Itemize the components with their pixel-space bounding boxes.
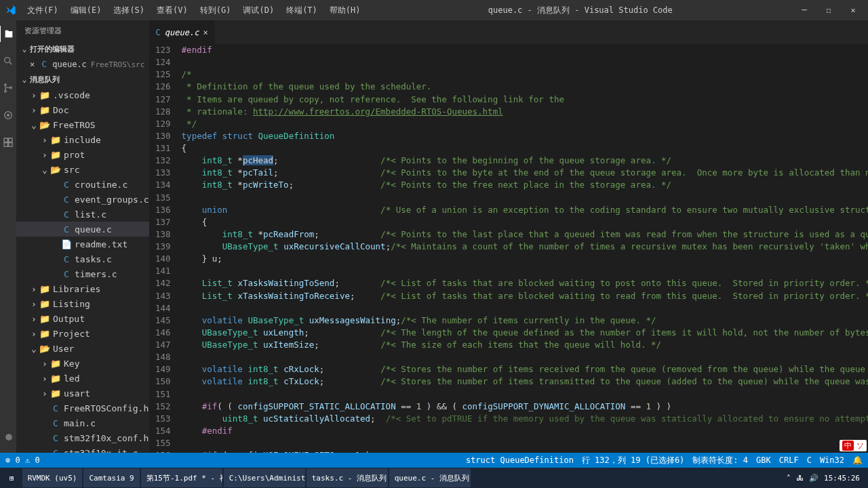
tray-network-icon[interactable]: 🖧 (796, 474, 804, 483)
tree-item-readme-txt[interactable]: 📄readme.txt (16, 237, 149, 251)
sidebar-explorer: 资源管理器 ⌄打开的编辑器 × C queue.c FreeTROS\src ⌄… (16, 20, 149, 453)
extensions-icon[interactable] (0, 134, 16, 150)
file-icon: C (50, 403, 61, 413)
tab-close-icon[interactable]: × (203, 28, 208, 37)
chevron-icon: ⌄ (30, 344, 38, 354)
start-button[interactable]: ⊞ (3, 468, 21, 487)
status-errors[interactable]: ⊗ 0 ⚠ 0 (5, 455, 40, 465)
code-editor[interactable]: #endif /* * Definition of the queue used… (182, 44, 868, 453)
menu-help[interactable]: 帮助(H) (324, 2, 366, 19)
file-icon: C (50, 433, 61, 443)
file-icon: C (61, 209, 72, 220)
tree-item-main-c[interactable]: Cmain.c (16, 415, 149, 430)
file-icon: 📁 (39, 314, 50, 324)
maximize-button[interactable]: ☐ (819, 3, 838, 17)
tree-item-doc[interactable]: ›📁Doc (16, 102, 149, 117)
status-language[interactable]: C (807, 455, 812, 465)
window-title: queue.c - 消息队列 - Visual Studio Code (366, 5, 795, 16)
tree-item-timers-c[interactable]: Ctimers.c (16, 266, 149, 281)
file-icon: 📁 (50, 388, 61, 399)
vscode-logo-icon (5, 5, 16, 16)
tree-item-include[interactable]: ›📁include (16, 132, 149, 147)
status-notifications-icon[interactable]: 🔔 (852, 455, 863, 465)
chevron-icon: › (30, 314, 38, 324)
file-icon: 📁 (50, 359, 61, 369)
file-tree: ›📁.vscode›📁Doc⌄📂FreeTROS›📁include›📁prot⌄… (16, 87, 149, 453)
minimize-button[interactable]: ─ (795, 3, 814, 17)
tree-item-queue-c[interactable]: Cqueue.c (16, 222, 149, 237)
menu-debug[interactable]: 调试(D) (237, 2, 279, 19)
tab-queue-c[interactable]: C queue.c × (149, 20, 216, 44)
tree-item-event-groups-c[interactable]: Cevent_groups.c (16, 192, 149, 207)
explorer-icon[interactable] (0, 26, 16, 42)
status-encoding[interactable]: GBK (756, 455, 771, 465)
menubar: 文件(F) 编辑(E) 选择(S) 查看(V) 转到(G) 调试(D) 终端(T… (22, 2, 366, 19)
status-tabsize[interactable]: 制表符长度: 4 (692, 455, 748, 466)
tree-item-led[interactable]: ›📁led (16, 371, 149, 386)
taskbar-item[interactable]: C:\Users\Administr... (224, 468, 305, 487)
open-editor-item[interactable]: × C queue.c FreeTROS\src (16, 57, 149, 72)
tree-item-list-c[interactable]: Clist.c (16, 207, 149, 222)
menu-go[interactable]: 转到(G) (195, 2, 237, 19)
taskbar-item[interactable]: Camtasia 9 (83, 468, 139, 487)
status-eol[interactable]: CRLF (779, 455, 799, 465)
close-editor-icon[interactable]: × (30, 60, 35, 69)
chevron-icon: › (30, 329, 38, 339)
file-icon: 📁 (39, 329, 50, 339)
menu-file[interactable]: 文件(F) (22, 2, 64, 19)
tree-item-key[interactable]: ›📁Key (16, 356, 149, 371)
system-tray[interactable]: ˄ 🖧 🔊 15:45:26 (787, 474, 865, 483)
file-icon: 📂 (39, 120, 50, 130)
windows-taskbar: ⊞ RVMDK (uv5)Camtasia 9第15节-1.pdf * - 福.… (0, 468, 868, 488)
tree-item-stm32f10x-it-c[interactable]: Cstm32f10x_it.c (16, 445, 149, 453)
statusbar: ⊗ 0 ⚠ 0 struct QueueDefinition 行 132，列 1… (0, 453, 868, 468)
search-icon[interactable] (0, 53, 16, 69)
tray-chevron-up-icon[interactable]: ˄ (787, 474, 791, 483)
debug-icon[interactable] (0, 107, 16, 123)
status-context[interactable]: struct QueueDefinition (466, 455, 574, 465)
taskbar-item[interactable]: queue.c - 消息队列 - ... (389, 468, 471, 487)
tree-item-tasks-c[interactable]: Ctasks.c (16, 251, 149, 266)
tree-item--vscode[interactable]: ›📁.vscode (16, 87, 149, 102)
file-icon: C (61, 224, 72, 235)
file-icon: 📁 (50, 373, 61, 384)
tray-clock[interactable]: 15:45:26 (824, 474, 860, 483)
taskbar-item[interactable]: 第15节-1.pdf * - 福... (141, 468, 222, 487)
ime-indicator[interactable]: 中 ソ (840, 440, 867, 451)
tray-volume-icon[interactable]: 🔊 (809, 474, 818, 483)
tree-item-prot[interactable]: ›📁prot (16, 147, 149, 162)
tree-item-project[interactable]: ›📁Project (16, 326, 149, 341)
workspace-section[interactable]: ⌄消息队列 (16, 72, 149, 87)
chevron-icon: ⌄ (41, 165, 49, 175)
taskbar-item[interactable]: RVMDK (uv5) (22, 468, 83, 487)
status-cursor[interactable]: 行 132，列 19 (已选择6) (582, 455, 684, 466)
close-button[interactable]: ✕ (844, 3, 863, 17)
tree-item-freertosconfig-h[interactable]: CFreeRTOSConfig.h (16, 401, 149, 415)
settings-gear-icon[interactable] (0, 428, 16, 445)
tree-item-freetros[interactable]: ⌄📂FreeTROS (16, 117, 149, 132)
file-icon: 📂 (50, 165, 61, 175)
tree-item-listing[interactable]: ›📁Listing (16, 296, 149, 311)
file-icon: C (61, 254, 72, 264)
file-icon: C (61, 195, 72, 205)
tree-item-src[interactable]: ⌄📂src (16, 162, 149, 177)
source-control-icon[interactable] (0, 80, 16, 96)
tree-item-usart[interactable]: ›📁usart (16, 386, 149, 401)
open-editors-section[interactable]: ⌄打开的编辑器 (16, 41, 149, 57)
tree-item-output[interactable]: ›📁Output (16, 311, 149, 326)
menu-select[interactable]: 选择(S) (108, 2, 150, 19)
status-os[interactable]: Win32 (820, 455, 844, 465)
chevron-icon: › (30, 299, 38, 309)
file-icon: 📁 (50, 150, 61, 160)
tree-item-croutine-c[interactable]: Ccroutine.c (16, 177, 149, 192)
tree-item-libraries[interactable]: ›📁Libraries (16, 281, 149, 296)
tree-item-user[interactable]: ⌄📂User (16, 341, 149, 356)
menu-terminal[interactable]: 终端(T) (281, 2, 323, 19)
menu-edit[interactable]: 编辑(E) (65, 2, 107, 19)
chevron-icon: › (41, 359, 49, 369)
taskbar-item[interactable]: tasks.c - 消息队列 (工... (307, 468, 388, 487)
explorer-title: 资源管理器 (16, 20, 149, 41)
tree-item-stm32f10x-conf-h[interactable]: Cstm32f10x_conf.h (16, 430, 149, 445)
menu-view[interactable]: 查看(V) (151, 2, 193, 19)
file-icon: C (50, 418, 61, 428)
